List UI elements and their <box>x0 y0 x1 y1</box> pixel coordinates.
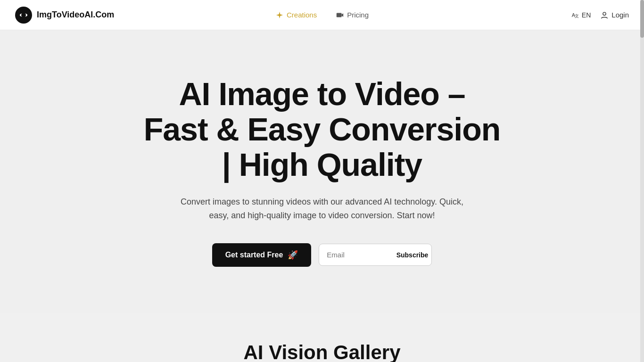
rocket-icon: 🚀 <box>288 250 298 260</box>
lang-label: EN <box>582 11 591 19</box>
logo-icon <box>15 7 32 24</box>
navbar: ImgToVideoAI.Com Creations Pricing A 文 E… <box>0 0 644 30</box>
sparkle-icon <box>275 11 284 19</box>
translate-icon: A 文 <box>571 11 579 19</box>
logo-text: ImgToVideoAI.Com <box>37 10 114 20</box>
nav-right: A 文 EN Login <box>571 11 629 19</box>
creations-label: Creations <box>287 11 317 19</box>
subscribe-label: Subscribe <box>396 251 429 259</box>
logo-link[interactable]: ImgToVideoAI.Com <box>15 7 114 24</box>
email-subscribe-wrapper: Subscribe <box>319 244 432 266</box>
get-started-button[interactable]: Get started Free 🚀 <box>212 243 312 267</box>
pricing-label: Pricing <box>347 11 369 19</box>
login-label: Login <box>611 11 629 19</box>
get-started-label: Get started Free <box>225 251 283 259</box>
video-icon <box>336 11 344 19</box>
login-button[interactable]: Login <box>600 11 629 19</box>
scrollbar[interactable] <box>640 0 644 362</box>
scrollbar-thumb[interactable] <box>640 0 644 38</box>
subscribe-button[interactable]: Subscribe <box>396 251 429 259</box>
user-icon <box>600 11 609 19</box>
svg-text:文: 文 <box>575 14 579 18</box>
gallery-section: AI Vision Gallery <box>0 313 644 362</box>
svg-point-5 <box>603 12 606 15</box>
nav-creations-link[interactable]: Creations <box>275 11 317 19</box>
nav-pricing-link[interactable]: Pricing <box>336 11 369 19</box>
language-selector[interactable]: A 文 EN <box>571 11 591 19</box>
hero-section: AI Image to Video – Fast & Easy Conversi… <box>0 30 644 313</box>
hero-title: AI Image to Video – Fast & Easy Conversi… <box>143 76 501 182</box>
hero-actions: Get started Free 🚀 Subscribe <box>212 243 432 267</box>
hero-subtitle: Convert images to stunning videos with o… <box>181 195 463 222</box>
nav-center: Creations Pricing <box>275 11 369 19</box>
svg-point-1 <box>21 13 26 17</box>
gallery-title: AI Vision Gallery <box>9 341 635 362</box>
svg-rect-2 <box>337 13 342 17</box>
